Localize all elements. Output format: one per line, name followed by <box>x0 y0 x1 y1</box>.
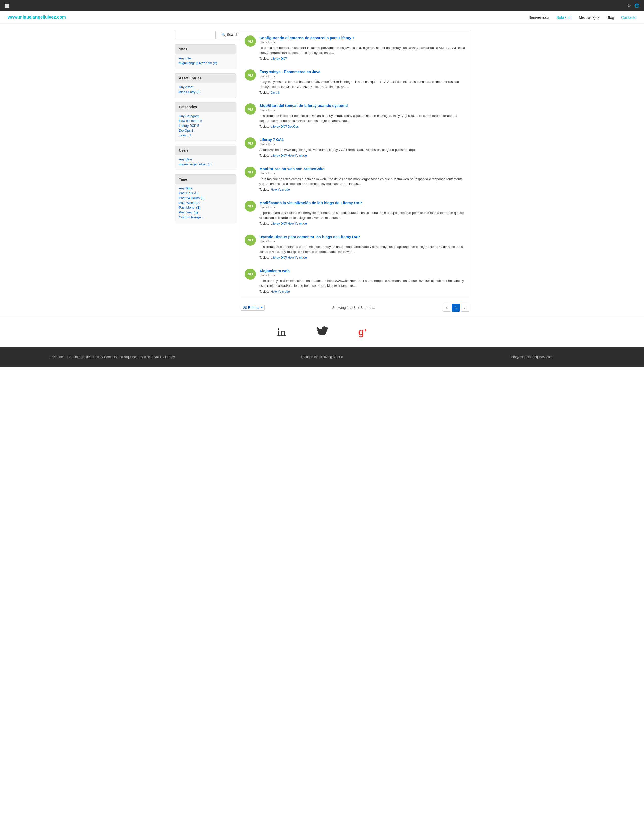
asset-blogs[interactable]: Blogs Entry (8) <box>179 90 232 94</box>
nav-bienvenidos[interactable]: Bienvenidos <box>528 15 549 20</box>
googleplus-icon[interactable]: g+ <box>358 326 367 338</box>
avatar: MJ <box>245 201 256 212</box>
entry-desc: Este portal y su dominio están contratad… <box>259 279 465 288</box>
entry-type: Blogs Entry <box>259 240 465 243</box>
linkedin-icon[interactable]: in <box>277 326 286 338</box>
avatar: MJ <box>245 103 256 115</box>
topics-label: Topics: <box>259 57 269 60</box>
topic-link[interactable]: Liferay DXP <box>271 154 287 158</box>
nav-sobre-mi[interactable]: Sobre mí <box>556 15 572 20</box>
topic-link[interactable]: Liferay DXP <box>271 222 287 225</box>
sidebar-time-section: Time Any Time Past Hour (0) Past 24 Hour… <box>175 175 236 224</box>
site-any[interactable]: Any Site <box>179 56 232 60</box>
category-java8[interactable]: Java 8 1 <box>179 133 232 137</box>
time-hour[interactable]: Past Hour (0) <box>179 191 232 195</box>
entry-topics: Topics: Liferay DXP How it's made <box>259 154 465 158</box>
entry-title[interactable]: Configurando el entorno de desarrollo pa… <box>259 35 465 40</box>
prev-page-button[interactable]: ‹ <box>443 303 451 312</box>
entry-topics: Topics: Liferay DXP DevOps <box>259 125 465 128</box>
topics-label: Topics: <box>259 154 269 158</box>
social-footer: in g+ <box>0 317 644 348</box>
topic-link[interactable]: How it's made <box>288 154 307 158</box>
entry-title[interactable]: Usando Disqus para comentar los blogs de… <box>259 234 465 239</box>
entry-desc: El sistema de inicio por defecto de Debi… <box>259 113 465 123</box>
next-page-button[interactable]: › <box>461 303 469 312</box>
time-24h[interactable]: Past 24 Hours (0) <box>179 196 232 200</box>
topic-link[interactable]: How it's made <box>288 256 307 259</box>
topic-link[interactable]: Liferay DXP <box>271 256 287 259</box>
gear-icon[interactable]: ⚙ <box>627 3 631 8</box>
user-any[interactable]: Any User <box>179 158 232 161</box>
entry-card: MJMonitorización web con StatusCakeBlogs… <box>241 162 469 196</box>
page-1-button[interactable]: 1 <box>452 303 460 312</box>
entry-body: Usando Disqus para comentar los blogs de… <box>259 234 465 259</box>
search-button[interactable]: 🔍 Search <box>218 31 242 39</box>
nav-blog[interactable]: Blog <box>606 15 614 20</box>
footer-col2: Living in the amazing Madrid <box>220 354 425 360</box>
window-icon: ⬜ <box>5 3 10 8</box>
category-devops[interactable]: DevOps 1 <box>179 129 232 132</box>
nav-mis-trabajos[interactable]: Mis trabajos <box>579 15 600 20</box>
category-howits[interactable]: How it's made 5 <box>179 119 232 123</box>
topic-link[interactable]: How it's made <box>288 222 307 225</box>
entry-card: MJLiferay 7 GA1Blogs EntryActualización … <box>241 133 469 162</box>
user-miguel[interactable]: miguel ángel júlvez (8) <box>179 162 232 166</box>
entry-title[interactable]: Monitorización web con StatusCake <box>259 167 465 171</box>
category-liferay[interactable]: Liferay DXP 5 <box>179 124 232 127</box>
entry-desc: Easyredsys es una librería basada en Jav… <box>259 80 465 89</box>
showing-text: Showing 1 to 8 of 8 entries. <box>332 306 375 309</box>
sites-body: Any Site miguelangeljulvez.com (8) <box>175 54 236 69</box>
sidebar-categories-section: Categories Any Category How it's made 5 … <box>175 102 236 141</box>
entry-desc: Para los que nos dedicamos a esto de la … <box>259 176 465 186</box>
entry-type: Blogs Entry <box>259 109 465 112</box>
entry-card: MJModificando la visualización de los bl… <box>241 196 469 230</box>
twitter-icon[interactable] <box>316 326 328 338</box>
entry-topics: Topics: How it's made <box>259 188 465 191</box>
entry-type: Blogs Entry <box>259 172 465 175</box>
time-year[interactable]: Past Year (8) <box>179 210 232 214</box>
topic-link[interactable]: Liferay DXP <box>271 57 287 60</box>
header: www.miguelangeljulvez.com Bienvenidos So… <box>0 11 644 24</box>
entries-per-page-select[interactable]: 20 Entries 10 Entries 5 Entries <box>241 305 265 311</box>
topics-label: Topics: <box>259 125 269 128</box>
entry-topics: Topics: Liferay DXP <box>259 57 465 60</box>
entries-list: MJConfigurando el entorno de desarrollo … <box>241 31 469 298</box>
sidebar: 🔍 Search Sites Any Site miguelangeljulve… <box>175 31 236 312</box>
category-any[interactable]: Any Category <box>179 114 232 118</box>
entry-body: Stop/Start del tomcat de Liferay usando … <box>259 103 465 128</box>
topic-link[interactable]: How it's made <box>271 290 290 293</box>
site-miguel[interactable]: miguelangeljulvez.com (8) <box>179 61 232 65</box>
topic-link[interactable]: Java 8 <box>271 91 280 94</box>
topic-link[interactable]: Liferay DXP <box>271 125 287 128</box>
time-week[interactable]: Past Week (0) <box>179 201 232 205</box>
entry-card: MJAlojamiento webBlogs EntryEste portal … <box>241 264 469 298</box>
topic-link[interactable]: How it's made <box>271 188 290 191</box>
search-icon: 🔍 <box>221 33 225 37</box>
site-logo[interactable]: www.miguelangeljulvez.com <box>8 15 66 20</box>
time-custom[interactable]: Custom Range... <box>179 215 232 219</box>
entry-title[interactable]: Stop/Start del tomcat de Liferay usando … <box>259 103 465 108</box>
search-input[interactable] <box>175 31 216 39</box>
entry-type: Blogs Entry <box>259 274 465 277</box>
entry-title[interactable]: Easyredsys - Ecommerce en Java <box>259 69 465 74</box>
entry-desc: El sistema de comentarios por defecto de… <box>259 244 465 254</box>
entry-card: MJUsando Disqus para comentar los blogs … <box>241 230 469 264</box>
globe-icon[interactable]: 🌐 <box>634 3 639 8</box>
asset-any[interactable]: Any Asset <box>179 85 232 89</box>
topics-label: Topics: <box>259 256 269 259</box>
categories-body: Any Category How it's made 5 Liferay DXP… <box>175 112 236 141</box>
topics-label: Topics: <box>259 290 269 293</box>
time-title: Time <box>175 175 236 184</box>
avatar: MJ <box>245 167 256 178</box>
pagination-buttons: ‹ 1 › <box>443 303 469 312</box>
entry-type: Blogs Entry <box>259 75 465 78</box>
entry-title[interactable]: Alojamiento web <box>259 268 465 273</box>
main-container: 🔍 Search Sites Any Site miguelangeljulve… <box>170 24 474 317</box>
sidebar-sites-section: Sites Any Site miguelangeljulvez.com (8) <box>175 44 236 69</box>
topic-link[interactable]: DevOps <box>288 125 299 128</box>
time-any[interactable]: Any Time <box>179 186 232 190</box>
nav-contacto[interactable]: Contacto <box>621 15 636 20</box>
entry-title[interactable]: Modificando la visualización de los blog… <box>259 201 465 205</box>
entry-title[interactable]: Liferay 7 GA1 <box>259 138 465 142</box>
time-month[interactable]: Past Month (1) <box>179 206 232 210</box>
